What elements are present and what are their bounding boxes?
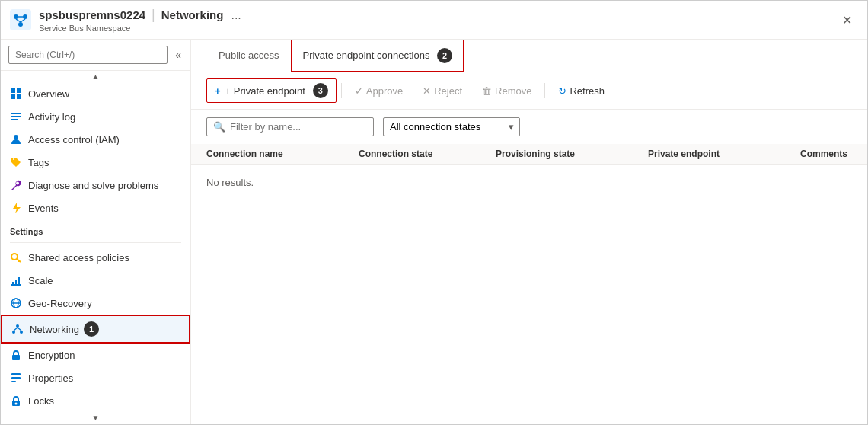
filter-bar: 🔍 All connection states Approved Pending… — [191, 110, 867, 144]
svg-rect-25 — [12, 355, 20, 360]
svg-rect-16 — [18, 260, 20, 262]
svg-point-3 — [18, 22, 23, 27]
sidebar-item-locks[interactable]: Locks — [1, 389, 190, 412]
sidebar-item-tags[interactable]: Tags — [1, 151, 190, 174]
scroll-up[interactable]: ▲ — [1, 71, 190, 82]
scale-icon — [10, 274, 22, 286]
toolbar-divider-1 — [341, 83, 342, 98]
reject-button[interactable]: ✕ Reject — [414, 81, 471, 101]
app-icon — [10, 9, 31, 30]
refresh-button[interactable]: ↻ Refresh — [550, 81, 613, 101]
sidebar-item-networking[interactable]: Networking 1 — [1, 315, 190, 344]
tab-bar: Public access Private endpoint connectio… — [191, 40, 867, 72]
window: spsbuspremns0224 | Networking ... Servic… — [0, 0, 868, 425]
plus-icon: + — [215, 85, 221, 97]
grid-icon — [10, 88, 22, 100]
main-panel: Public access Private endpoint connectio… — [191, 40, 867, 424]
sidebar-item-activity-log[interactable]: Activity log — [1, 105, 190, 128]
sidebar-item-scale[interactable]: Scale — [1, 269, 190, 292]
sidebar-item-properties[interactable]: Properties — [1, 366, 190, 389]
sidebar-item-properties-label: Properties — [28, 372, 73, 384]
more-button[interactable]: ... — [231, 8, 241, 22]
trash-icon: 🗑 — [482, 85, 492, 97]
collapse-button[interactable]: « — [174, 47, 183, 62]
svg-rect-28 — [11, 381, 16, 382]
svg-rect-11 — [11, 113, 21, 114]
settings-divider — [10, 242, 181, 243]
col-private-endpoint: Private endpoint — [648, 149, 800, 159]
sidebar-scroll: ▲ Overview Activity log — [1, 71, 190, 424]
col-connection-state: Connection state — [359, 149, 496, 159]
search-input[interactable] — [8, 46, 168, 64]
user-icon — [10, 133, 22, 145]
close-button[interactable]: ✕ — [836, 10, 858, 30]
search-box: « — [1, 40, 190, 71]
svg-rect-8 — [17, 88, 21, 93]
network-icon — [11, 323, 24, 335]
svg-rect-27 — [11, 377, 21, 379]
table-header: Connection name Connection state Provisi… — [191, 144, 867, 165]
svg-rect-9 — [11, 94, 15, 99]
globe-icon — [10, 297, 22, 309]
scroll-down[interactable]: ▼ — [1, 412, 190, 423]
sidebar-item-diagnose[interactable]: Diagnose and solve problems — [1, 174, 190, 197]
wrench-icon — [10, 179, 22, 191]
svg-rect-12 — [11, 116, 21, 117]
svg-point-15 — [11, 254, 18, 260]
svg-line-23 — [14, 328, 18, 331]
filter-input[interactable] — [230, 121, 367, 133]
sidebar-item-overview-label: Overview — [28, 88, 69, 100]
sidebar-item-events-label: Events — [28, 203, 59, 214]
col-provisioning-state: Provisioning state — [496, 149, 648, 159]
lightning-icon — [10, 202, 22, 214]
svg-point-30 — [15, 403, 18, 405]
sidebar-item-geo-recovery[interactable]: Geo-Recovery — [1, 292, 190, 315]
remove-button[interactable]: 🗑 Remove — [474, 81, 540, 101]
properties-icon — [10, 372, 22, 384]
col-comments: Comments — [800, 149, 852, 159]
search-filter-icon: 🔍 — [213, 121, 225, 133]
sidebar-item-scale-label: Scale — [28, 275, 53, 286]
reject-icon: ✕ — [423, 85, 431, 97]
key-icon — [10, 251, 22, 264]
title-bar: spsbuspremns0224 | Networking ... Servic… — [1, 1, 867, 40]
tab-private-endpoint[interactable]: Private endpoint connections 2 — [291, 40, 464, 72]
sidebar-item-shared-access-label: Shared access policies — [28, 252, 129, 264]
step-badge-2: 2 — [437, 48, 452, 63]
add-private-endpoint-button[interactable]: + + Private endpoint 3 — [206, 78, 337, 103]
lock2-icon — [10, 395, 22, 407]
title-divider: | — [152, 7, 155, 23]
subtitle: Service Bus Namespace — [39, 24, 241, 33]
toolbar: + + Private endpoint 3 ✓ Approve ✕ Rejec… — [191, 72, 867, 110]
svg-point-14 — [14, 135, 18, 139]
tab-public-access[interactable]: Public access — [206, 40, 291, 72]
sidebar-item-geo-recovery-label: Geo-Recovery — [28, 298, 92, 309]
refresh-icon: ↻ — [558, 85, 566, 97]
page-name: Networking — [161, 8, 224, 21]
sidebar: « ▲ Overview Activity log — [1, 40, 191, 424]
connection-state-select[interactable]: All connection states Approved Pending R… — [383, 117, 520, 136]
no-results: No results. — [206, 165, 852, 200]
svg-point-1 — [14, 14, 18, 19]
tag-icon — [10, 156, 22, 168]
svg-point-20 — [16, 324, 19, 328]
main-content: « ▲ Overview Activity log — [1, 40, 867, 424]
sidebar-item-encryption[interactable]: Encryption — [1, 344, 190, 366]
svg-rect-0 — [10, 9, 31, 30]
step-badge-3: 3 — [313, 83, 328, 98]
sidebar-item-shared-access[interactable]: Shared access policies — [1, 246, 190, 269]
sidebar-item-diagnose-label: Diagnose and solve problems — [28, 180, 158, 191]
svg-rect-13 — [11, 119, 18, 120]
col-connection-name: Connection name — [206, 149, 359, 159]
approve-button[interactable]: ✓ Approve — [346, 81, 411, 101]
sidebar-item-overview[interactable]: Overview — [1, 82, 190, 105]
sidebar-item-encryption-label: Encryption — [28, 350, 75, 361]
toolbar-divider-2 — [544, 83, 545, 98]
sidebar-item-locks-label: Locks — [28, 395, 54, 407]
sidebar-item-networking-label: Networking — [30, 324, 79, 335]
sidebar-item-access-control[interactable]: Access control (IAM) — [1, 128, 190, 151]
title-left: spsbuspremns0224 | Networking ... Servic… — [39, 7, 241, 33]
sidebar-item-events[interactable]: Events — [1, 197, 190, 219]
sidebar-item-activity-log-label: Activity log — [28, 111, 75, 123]
resource-name: spsbuspremns0224 — [39, 8, 145, 21]
